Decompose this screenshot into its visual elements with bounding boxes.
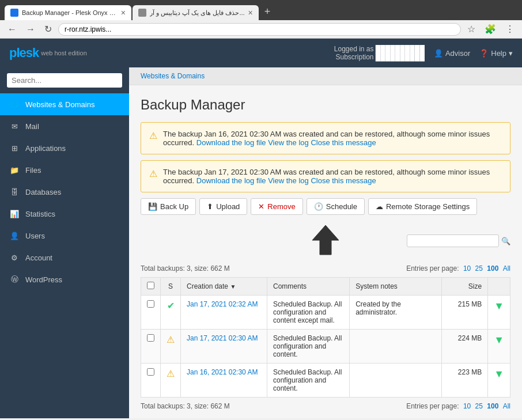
forward-button[interactable]: → bbox=[23, 23, 38, 36]
remove-button[interactable]: ✕ Remove bbox=[251, 198, 302, 215]
table-row: ✔ Jan 17, 2021 02:32 AM Scheduled Backup… bbox=[141, 296, 510, 330]
menu-button[interactable]: ⋮ bbox=[502, 22, 517, 36]
row2-checkbox[interactable] bbox=[147, 334, 154, 342]
entries-100-bottom[interactable]: 100 bbox=[487, 402, 498, 410]
advisor-icon: 👤 bbox=[434, 49, 443, 58]
sidebar-item-files[interactable]: 📁 Files bbox=[0, 159, 129, 181]
row3-status: ⚠ bbox=[161, 364, 181, 398]
sidebar-item-mail[interactable]: ✉ Mail bbox=[0, 115, 129, 137]
schedule-button[interactable]: 🕐 Schedule bbox=[307, 198, 365, 215]
row1-download[interactable]: ▼ bbox=[488, 296, 510, 330]
row2-download[interactable]: ▼ bbox=[488, 330, 510, 364]
advisor-label: Advisor bbox=[445, 49, 470, 58]
schedule-icon: 🕐 bbox=[314, 202, 323, 211]
logged-in-name: ██████████ bbox=[376, 45, 425, 53]
help-button[interactable]: ❓ Help ▾ bbox=[479, 49, 513, 58]
entries-per-page-top: Entries per page: 10 25 100 All bbox=[406, 264, 510, 273]
sidebar-search-container bbox=[0, 67, 129, 93]
row1-date-link[interactable]: Jan 17, 2021 02:32 AM bbox=[187, 300, 258, 308]
total-backups-bottom: Total backups: 3, size: 662 M bbox=[141, 402, 230, 410]
row3-download[interactable]: ▼ bbox=[488, 364, 510, 398]
row2-check bbox=[141, 330, 161, 364]
download-icon[interactable]: ▼ bbox=[494, 368, 504, 380]
entries-10[interactable]: 10 bbox=[463, 264, 471, 273]
sidebar-item-statistics[interactable]: 📊 Statistics bbox=[0, 203, 129, 225]
tab2-title: حذف فایل های یک آپ دیتابیس و آر... bbox=[150, 9, 245, 17]
entries-all-bottom[interactable]: All bbox=[503, 402, 510, 410]
alert-2-view-log-link[interactable]: View the log bbox=[268, 176, 309, 185]
sidebar-item-label: Databases bbox=[25, 188, 61, 196]
sidebar-item-applications[interactable]: ⊞ Applications bbox=[0, 137, 129, 159]
sidebar-item-label: Statistics bbox=[25, 210, 55, 218]
row2-date-link[interactable]: Jan 17, 2021 02:30 AM bbox=[187, 334, 258, 342]
alert-1-content: The backup Jan 16, 2021 02:30 AM was cre… bbox=[163, 130, 502, 147]
search-icon[interactable]: 🔍 bbox=[501, 237, 510, 245]
folder-icon: 📁 bbox=[9, 165, 20, 175]
back-button[interactable]: ← bbox=[5, 23, 20, 36]
sidebar-item-databases[interactable]: 🗄 Databases bbox=[0, 181, 129, 203]
alert-1-close-link[interactable]: Close this message bbox=[311, 138, 376, 147]
sidebar-item-label: Websites & Domains bbox=[25, 100, 94, 109]
sidebar-item-wordpress[interactable]: Ⓦ WordPress bbox=[0, 268, 129, 290]
content-body: Backup Manager ⚠ The backup Jan 16, 2021… bbox=[129, 85, 522, 418]
browser-tab-1[interactable]: Backup Manager - Plesk Onyx 17... × bbox=[5, 5, 131, 20]
address-bar[interactable] bbox=[58, 23, 461, 36]
backup-button[interactable]: 💾 Back Up bbox=[141, 198, 196, 215]
row1-notes: Created by the administrator. bbox=[350, 296, 442, 330]
upload-arrow bbox=[311, 224, 340, 258]
alert-2-download-link[interactable]: Download the log file bbox=[196, 176, 266, 185]
col-header-size: Size bbox=[442, 278, 488, 296]
select-all-checkbox[interactable] bbox=[147, 282, 154, 289]
sidebar-item-users[interactable]: 👤 Users bbox=[0, 225, 129, 247]
browser-tab-2[interactable]: حذف فایل های یک آپ دیتابیس و آر... × bbox=[133, 5, 259, 20]
row3-date-link[interactable]: Jan 16, 2021 02:30 AM bbox=[187, 368, 258, 376]
alert-1-view-log-link[interactable]: View the log bbox=[268, 138, 309, 147]
tab2-close[interactable]: × bbox=[248, 8, 253, 17]
col-header-date[interactable]: Creation date ▼ bbox=[181, 278, 267, 296]
extension-button[interactable]: 🧩 bbox=[482, 22, 499, 36]
reload-button[interactable]: ↻ bbox=[41, 22, 55, 36]
upload-button[interactable]: ⬆ Upload bbox=[199, 198, 247, 215]
row3-checkbox[interactable] bbox=[147, 368, 154, 376]
bookmark-button[interactable]: ☆ bbox=[464, 22, 478, 36]
alert-2-close-link[interactable]: Close this message bbox=[311, 176, 376, 185]
wp-icon: Ⓦ bbox=[9, 274, 20, 285]
breadcrumb-link[interactable]: Websites & Domains bbox=[141, 72, 205, 80]
alert-1-download-link[interactable]: Download the log file bbox=[196, 138, 266, 147]
remote-storage-button[interactable]: ☁ Remote Storage Settings bbox=[368, 198, 477, 215]
entries-25[interactable]: 25 bbox=[475, 264, 483, 273]
status-ok-icon: ✔ bbox=[167, 301, 175, 311]
download-icon[interactable]: ▼ bbox=[494, 334, 504, 346]
table-meta-bottom: Total backups: 3, size: 662 M Entries pe… bbox=[141, 402, 510, 410]
sidebar-item-label: Account bbox=[25, 253, 52, 262]
sidebar-item-account[interactable]: ⚙ Account bbox=[0, 247, 129, 268]
row2-comments: Scheduled Backup. All configuration and … bbox=[267, 330, 350, 364]
row3-size: 223 MB bbox=[442, 364, 488, 398]
sidebar-item-websites-domains[interactable]: 🌐 Websites & Domains bbox=[0, 93, 129, 115]
bar-chart-icon: 📊 bbox=[9, 209, 20, 219]
entries-100[interactable]: 100 bbox=[487, 264, 498, 273]
entries-10-bottom[interactable]: 10 bbox=[463, 402, 471, 410]
tab1-close[interactable]: × bbox=[121, 8, 126, 17]
row1-comments: Scheduled Backup. All configuration and … bbox=[267, 296, 350, 330]
search-area: 🔍 bbox=[351, 234, 510, 247]
logged-in-info: Logged in as ██████████ Subscription ███… bbox=[334, 45, 425, 61]
mail-icon: ✉ bbox=[9, 121, 20, 131]
advisor-button[interactable]: 👤 Advisor bbox=[434, 49, 470, 58]
download-icon[interactable]: ▼ bbox=[494, 300, 504, 312]
row3-date: Jan 16, 2021 02:30 AM bbox=[181, 364, 267, 398]
entries-all[interactable]: All bbox=[503, 264, 510, 273]
row1-checkbox[interactable] bbox=[147, 300, 154, 308]
table-search-input[interactable] bbox=[407, 234, 499, 247]
row2-notes bbox=[350, 330, 442, 364]
upload-arrow-area: 🔍 bbox=[141, 224, 510, 258]
entries-25-bottom[interactable]: 25 bbox=[475, 402, 483, 410]
col-header-status: S bbox=[161, 278, 181, 296]
schedule-label: Schedule bbox=[326, 202, 357, 211]
toolbar: 💾 Back Up ⬆ Upload ✕ Remove 🕐 Schedule bbox=[141, 198, 510, 215]
new-tab-button[interactable]: + bbox=[260, 3, 275, 20]
breadcrumb: Websites & Domains bbox=[129, 67, 522, 85]
sidebar-item-label: Applications bbox=[25, 144, 66, 153]
total-backups-top: Total backups: 3, size: 662 M bbox=[141, 264, 230, 273]
search-input[interactable] bbox=[7, 73, 122, 88]
